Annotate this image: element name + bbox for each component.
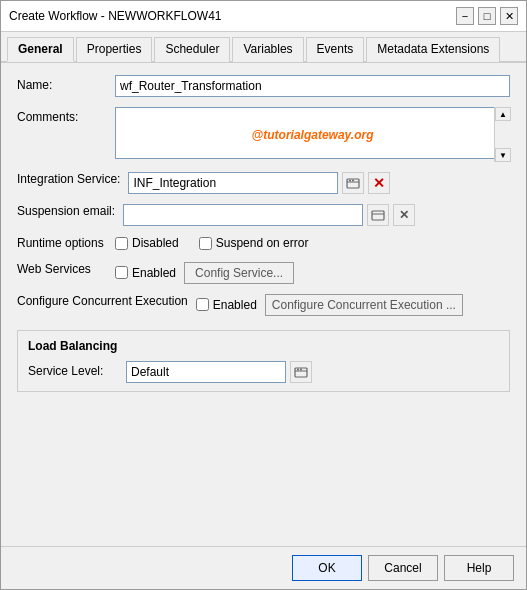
svg-point-2 bbox=[352, 180, 354, 182]
suspension-email-label: Suspension email: bbox=[17, 204, 115, 220]
scroll-up-arrow[interactable]: ▲ bbox=[495, 107, 511, 121]
cc-enabled-label: Enabled bbox=[213, 298, 257, 312]
name-label: Name: bbox=[17, 75, 107, 92]
comments-input[interactable] bbox=[115, 107, 495, 159]
comments-wrapper: @tutorialgateway.org ▲ ▼ bbox=[115, 107, 510, 162]
svg-rect-3 bbox=[372, 211, 384, 220]
ok-button[interactable]: OK bbox=[292, 555, 362, 581]
window-title: Create Workflow - NEWWORKFLOW41 bbox=[9, 9, 221, 23]
close-button[interactable]: ✕ bbox=[500, 7, 518, 25]
integration-service-browse-button[interactable] bbox=[342, 172, 364, 194]
load-balancing-section: Load Balancing Service Level: bbox=[17, 330, 510, 392]
suspension-email-row: Suspension email: ✕ bbox=[17, 204, 510, 226]
integration-service-clear-button[interactable]: ✕ bbox=[368, 172, 390, 194]
load-balancing-title: Load Balancing bbox=[28, 339, 499, 353]
name-input[interactable] bbox=[115, 75, 510, 97]
integration-service-label: Integration Service: bbox=[17, 172, 120, 188]
tab-properties[interactable]: Properties bbox=[76, 37, 153, 62]
scroll-down-arrow[interactable]: ▼ bbox=[495, 148, 511, 162]
integration-service-group: ✕ bbox=[128, 172, 390, 194]
svg-point-5 bbox=[297, 368, 299, 370]
ws-enabled-checkbox[interactable] bbox=[115, 266, 128, 279]
config-service-button[interactable]: Config Service... bbox=[184, 262, 294, 284]
tab-bar: General Properties Scheduler Variables E… bbox=[1, 32, 526, 63]
configure-concurrent-row: Configure Concurrent Execution Enabled C… bbox=[17, 294, 510, 316]
window-controls: − □ ✕ bbox=[456, 7, 518, 25]
main-window: Create Workflow - NEWWORKFLOW41 − □ ✕ Ge… bbox=[0, 0, 527, 590]
runtime-options-label: Runtime options bbox=[17, 236, 107, 252]
title-bar: Create Workflow - NEWWORKFLOW41 − □ ✕ bbox=[1, 1, 526, 32]
browse-icon bbox=[346, 176, 360, 190]
cc-enabled-checkbox[interactable] bbox=[196, 298, 209, 311]
service-level-input[interactable] bbox=[126, 361, 286, 383]
integration-service-row: Integration Service: ✕ bbox=[17, 172, 510, 194]
email-browse-icon bbox=[371, 208, 385, 222]
comments-row: Comments: @tutorialgateway.org ▲ ▼ bbox=[17, 107, 510, 162]
disabled-checkbox-item: Disabled bbox=[115, 236, 179, 250]
web-services-controls: Enabled Config Service... bbox=[115, 262, 294, 284]
ws-enabled-label: Enabled bbox=[132, 266, 176, 280]
help-button[interactable]: Help bbox=[444, 555, 514, 581]
restore-button[interactable]: □ bbox=[478, 7, 496, 25]
cancel-button[interactable]: Cancel bbox=[368, 555, 438, 581]
integration-service-input[interactable] bbox=[128, 172, 338, 194]
email-browse-button[interactable] bbox=[367, 204, 389, 226]
disabled-label: Disabled bbox=[132, 236, 179, 250]
ws-enabled-checkbox-item: Enabled bbox=[115, 266, 176, 280]
minimize-button[interactable]: − bbox=[456, 7, 474, 25]
web-services-label: Web Services bbox=[17, 262, 107, 278]
service-level-label: Service Level: bbox=[28, 361, 118, 378]
runtime-options-checkboxes: Disabled Suspend on error bbox=[115, 236, 308, 250]
web-services-row: Web Services Enabled Config Service... bbox=[17, 262, 510, 284]
svg-point-1 bbox=[349, 180, 351, 182]
disabled-checkbox[interactable] bbox=[115, 237, 128, 250]
clear-icon: ✕ bbox=[373, 175, 385, 191]
name-row: Name: bbox=[17, 75, 510, 97]
tab-events[interactable]: Events bbox=[306, 37, 365, 62]
bottom-bar: OK Cancel Help bbox=[1, 546, 526, 589]
configure-concurrent-label: Configure Concurrent Execution bbox=[17, 294, 188, 310]
service-level-row: Service Level: bbox=[28, 361, 499, 383]
comments-label: Comments: bbox=[17, 107, 107, 124]
cc-enabled-checkbox-item: Enabled bbox=[196, 298, 257, 312]
form-content: Name: Comments: @tutorialgateway.org ▲ ▼… bbox=[1, 63, 526, 546]
runtime-options-row: Runtime options Disabled Suspend on erro… bbox=[17, 236, 510, 252]
tab-variables[interactable]: Variables bbox=[232, 37, 303, 62]
suspension-email-group: ✕ bbox=[123, 204, 415, 226]
service-level-browse-button[interactable] bbox=[290, 361, 312, 383]
email-clear-icon: ✕ bbox=[399, 208, 409, 222]
tab-scheduler[interactable]: Scheduler bbox=[154, 37, 230, 62]
suspension-email-input[interactable] bbox=[123, 204, 363, 226]
suspend-on-error-label: Suspend on error bbox=[216, 236, 309, 250]
configure-concurrent-button[interactable]: Configure Concurrent Execution ... bbox=[265, 294, 463, 316]
suspend-on-error-checkbox-item: Suspend on error bbox=[199, 236, 309, 250]
tab-metadata-extensions[interactable]: Metadata Extensions bbox=[366, 37, 500, 62]
comments-scrollbar: ▲ ▼ bbox=[494, 107, 510, 162]
email-clear-button[interactable]: ✕ bbox=[393, 204, 415, 226]
tab-general[interactable]: General bbox=[7, 37, 74, 62]
suspend-on-error-checkbox[interactable] bbox=[199, 237, 212, 250]
configure-concurrent-controls: Enabled Configure Concurrent Execution .… bbox=[196, 294, 463, 316]
service-level-group bbox=[126, 361, 312, 383]
svg-point-6 bbox=[300, 368, 302, 370]
service-level-browse-icon bbox=[294, 365, 308, 379]
